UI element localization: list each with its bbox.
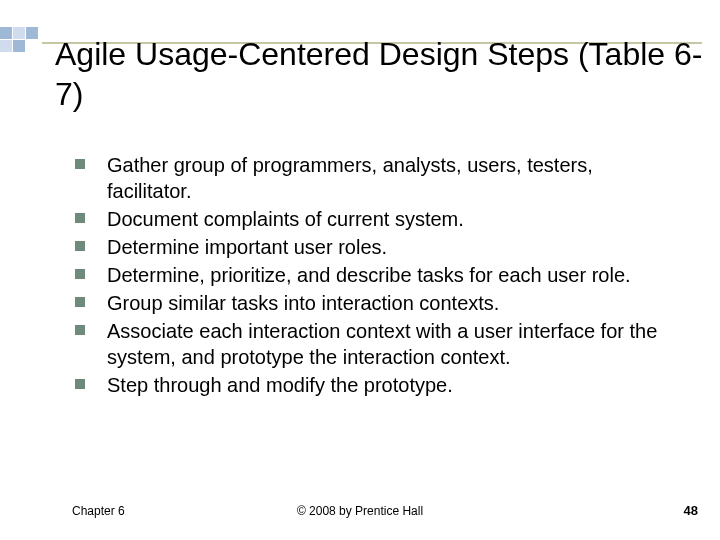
header-decoration xyxy=(0,18,720,32)
list-item: Gather group of programmers, analysts, u… xyxy=(75,152,675,204)
list-item: Group similar tasks into interaction con… xyxy=(75,290,675,316)
list-item-text: Gather group of programmers, analysts, u… xyxy=(107,152,675,204)
bullet-list: Gather group of programmers, analysts, u… xyxy=(75,152,675,400)
bullet-square-icon xyxy=(75,297,85,307)
slide-title: Agile Usage-Centered Design Steps (Table… xyxy=(55,34,720,114)
list-item: Determine important user roles. xyxy=(75,234,675,260)
deco-square xyxy=(13,27,25,39)
bullet-square-icon xyxy=(75,241,85,251)
footer-copyright: © 2008 by Prentice Hall xyxy=(0,504,720,518)
list-item-text: Document complaints of current system. xyxy=(107,206,464,232)
list-item: Step through and modify the prototype. xyxy=(75,372,675,398)
bullet-square-icon xyxy=(75,379,85,389)
list-item: Associate each interaction context with … xyxy=(75,318,675,370)
list-item: Document complaints of current system. xyxy=(75,206,675,232)
list-item: Determine, prioritize, and describe task… xyxy=(75,262,675,288)
deco-square xyxy=(13,40,25,52)
footer: Chapter 6 © 2008 by Prentice Hall 48 xyxy=(0,498,720,518)
list-item-text: Determine important user roles. xyxy=(107,234,387,260)
deco-square xyxy=(0,40,12,52)
list-item-text: Step through and modify the prototype. xyxy=(107,372,453,398)
deco-square xyxy=(0,27,12,39)
footer-page-number: 48 xyxy=(684,503,698,518)
bullet-square-icon xyxy=(75,159,85,169)
bullet-square-icon xyxy=(75,269,85,279)
list-item-text: Determine, prioritize, and describe task… xyxy=(107,262,631,288)
list-item-text: Group similar tasks into interaction con… xyxy=(107,290,499,316)
bullet-square-icon xyxy=(75,213,85,223)
bullet-square-icon xyxy=(75,325,85,335)
list-item-text: Associate each interaction context with … xyxy=(107,318,675,370)
deco-square xyxy=(26,27,38,39)
